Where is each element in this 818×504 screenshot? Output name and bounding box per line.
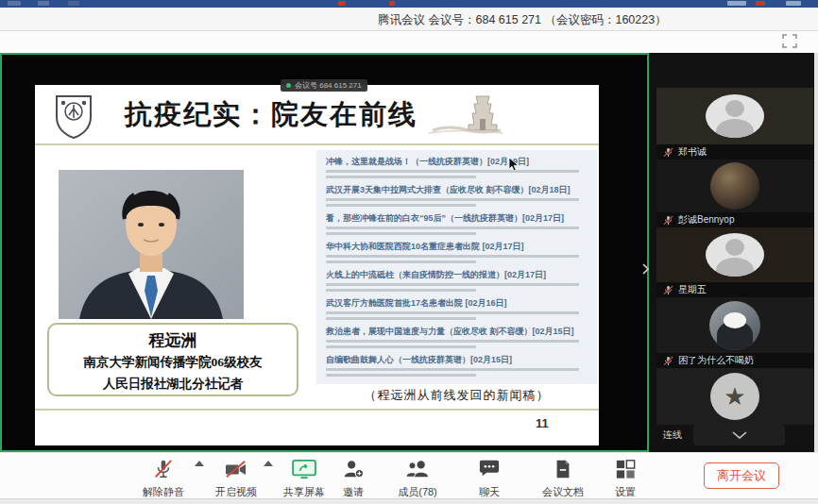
participant-name-row: 困了为什么不喝奶 bbox=[656, 353, 813, 368]
fullscreen-icon[interactable] bbox=[782, 34, 797, 48]
avatar-silhouette-icon bbox=[706, 94, 764, 138]
news-title: 华中科大协和医院西院10名重症患者出院 [02月17日] bbox=[326, 242, 589, 252]
news-title: 看，那些冲锋在前的白衣“95后”（一线抗疫群英谱）[02月17日] bbox=[326, 213, 589, 224]
participant-tile[interactable] bbox=[656, 297, 813, 353]
taskbar-segment bbox=[68, 1, 79, 6]
members-icon bbox=[405, 459, 430, 479]
members-label: 成员(78) bbox=[382, 485, 453, 499]
person-info-box: 程远洲 南京大学新闻传播学院06级校友 人民日报社湖北分社记者 bbox=[47, 323, 298, 396]
mouse-cursor bbox=[508, 157, 520, 176]
news-item: 自编歌曲鼓舞人心（一线抗疫群英谱）[02月15日] bbox=[326, 355, 589, 377]
settings-label: 设置 bbox=[589, 485, 661, 499]
chat-label: 聊天 bbox=[453, 485, 525, 499]
news-list-panel: 冲锋，这里就是战场！（一线抗疫群英谱）[02月19日] 武汉开展3天集中拉网式大… bbox=[316, 150, 597, 384]
news-body-line bbox=[326, 311, 579, 314]
person-line2: 人民日报社湖北分社记者 bbox=[49, 373, 297, 395]
meeting-header: 腾讯会议 会议号：684 615 271 （会议密码：160223） bbox=[0, 8, 818, 31]
presentation-slide: 抗疫纪实：院友在前线 bbox=[35, 85, 599, 445]
participant-name: 郑书诚 bbox=[678, 145, 707, 159]
news-item: 武汉开展3天集中拉网式大排查（应收尽收 刻不容缓）[02月18日] bbox=[326, 185, 589, 207]
participant-name: 星期五 bbox=[678, 283, 707, 296]
invite-label: 邀请 bbox=[317, 485, 389, 499]
invite-person-icon bbox=[342, 459, 365, 479]
chevron-down-icon bbox=[732, 431, 747, 439]
news-item: 冲锋，这里就是战场！（一线抗疫群英谱）[02月19日] bbox=[326, 157, 589, 178]
mic-muted-icon bbox=[663, 285, 673, 295]
unmute-label: 解除静音 bbox=[128, 485, 199, 499]
news-body-line bbox=[326, 283, 579, 286]
person-line1: 南京大学新闻传播学院06级校友 bbox=[49, 351, 297, 373]
members-button[interactable]: 成员(78) bbox=[382, 459, 453, 499]
status-dot bbox=[286, 83, 291, 88]
start-video-button[interactable]: 开启视频 bbox=[200, 459, 272, 499]
share-screen-icon bbox=[291, 459, 317, 479]
slide-divider-top bbox=[35, 143, 599, 145]
sidebar-bottom-row: 连线 bbox=[656, 425, 813, 445]
news-body-line bbox=[326, 255, 579, 258]
participant-tile[interactable] bbox=[656, 88, 813, 144]
chat-button[interactable]: 聊天 bbox=[453, 459, 525, 499]
meeting-docs-label: 会议文档 bbox=[527, 485, 599, 499]
leave-meeting-button[interactable]: 离开会议 bbox=[704, 462, 779, 489]
news-body-line bbox=[326, 232, 476, 235]
news-body-line bbox=[326, 340, 579, 343]
news-title: 冲锋，这里就是战场！（一线抗疫群英谱）[02月19日] bbox=[326, 157, 589, 167]
window-bottom-strip bbox=[0, 498, 818, 504]
meeting-info-text: 腾讯会议 会议号：684 615 271 （会议密码：160223） bbox=[378, 12, 667, 28]
avatar-star-icon: ★ bbox=[710, 373, 759, 420]
news-body-line bbox=[326, 198, 579, 201]
news-body-line bbox=[326, 345, 476, 348]
news-item: 华中科大协和医院西院10名重症患者出院 [02月17日] bbox=[326, 242, 589, 263]
participant-tile[interactable]: ★ bbox=[656, 368, 813, 425]
taskbar-segment bbox=[389, 1, 395, 6]
participant-tile[interactable] bbox=[656, 227, 813, 282]
settings-button[interactable]: 设置 bbox=[589, 459, 661, 499]
shared-screen-region: 会议号 684 615 271 抗疫纪实：院友在前线 bbox=[0, 53, 649, 452]
news-title: 救治患者，展现中国速度与力量（应收尽收 刻不容缓）[02月15日] bbox=[326, 327, 589, 337]
slide-page-number: 11 bbox=[536, 416, 549, 430]
taskbar-strip bbox=[0, 0, 818, 8]
mic-muted-icon bbox=[153, 459, 174, 479]
taskbar-segment bbox=[8, 1, 21, 6]
participant-name: 彭诚Bennyop bbox=[678, 213, 734, 227]
sidebar-expand-icon[interactable] bbox=[639, 260, 652, 278]
taskbar-segment bbox=[756, 1, 765, 6]
person-name: 程远洲 bbox=[49, 330, 297, 351]
invite-button[interactable]: 邀请 bbox=[317, 459, 389, 499]
taskbar-segment bbox=[786, 1, 801, 6]
participant-name: 困了为什么不喝奶 bbox=[678, 354, 754, 367]
taskbar-segment bbox=[338, 1, 346, 6]
news-title: 武汉客厅方舱医院首批17名患者出院 [02月16日] bbox=[326, 298, 589, 309]
avatar-photo-mask bbox=[709, 301, 760, 350]
chat-bubble-icon bbox=[478, 459, 501, 479]
news-title: 自编歌曲鼓舞人心（一线抗疫群英谱）[02月15日] bbox=[326, 355, 589, 365]
unmute-button[interactable]: 解除静音 bbox=[128, 459, 199, 499]
slide-divider-bottom bbox=[35, 409, 599, 411]
participants-sidebar: 郑书诚 彭诚Bennyop bbox=[649, 53, 814, 452]
tower-illustration bbox=[427, 92, 504, 140]
mic-muted-icon bbox=[663, 356, 673, 366]
taskbar-segment bbox=[38, 1, 49, 6]
news-item: 救治患者，展现中国速度与力量（应收尽收 刻不容缓）[02月15日] bbox=[326, 327, 589, 348]
avatar-photo bbox=[710, 162, 759, 210]
news-body-line bbox=[326, 374, 476, 377]
news-body-line bbox=[326, 260, 476, 263]
taskbar-segment bbox=[727, 1, 746, 6]
news-body-line bbox=[326, 170, 579, 173]
participant-name: 连线 bbox=[656, 428, 682, 442]
meeting-id-badge-label: 会议号 684 615 271 bbox=[295, 80, 362, 91]
camera-off-icon bbox=[224, 459, 248, 479]
mic-muted-icon bbox=[663, 147, 673, 158]
avatar-silhouette-icon bbox=[706, 233, 764, 277]
participant-name-row: 彭诚Bennyop bbox=[656, 212, 813, 227]
window-top-strip bbox=[0, 31, 818, 53]
news-item: 看，那些冲锋在前的白衣“95后”（一线抗疫群英谱）[02月17日] bbox=[326, 213, 589, 235]
meeting-docs-button[interactable]: 会议文档 bbox=[527, 459, 599, 499]
news-body-line bbox=[326, 368, 579, 371]
meeting-id-badge: 会议号 684 615 271 bbox=[281, 79, 367, 92]
participant-tile[interactable] bbox=[656, 160, 813, 212]
collapse-video-list-button[interactable] bbox=[693, 425, 785, 445]
news-body-line bbox=[326, 227, 579, 229]
news-body-line bbox=[326, 289, 476, 292]
scrollbar[interactable] bbox=[814, 53, 818, 452]
